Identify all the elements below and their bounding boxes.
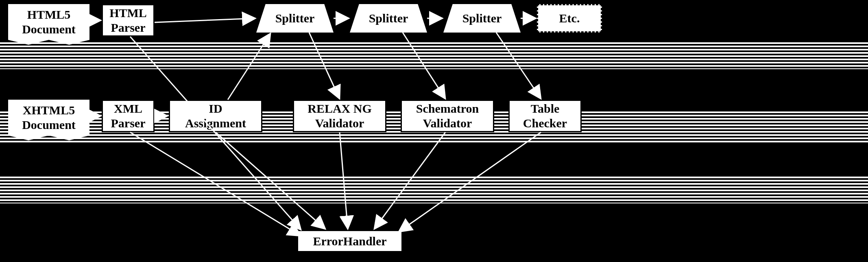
- node-schematron-validator: SchematronValidator: [401, 100, 494, 132]
- node-xml-parser: XMLParser: [102, 100, 155, 132]
- node-html-parser: HTMLParser: [102, 4, 155, 37]
- node-error-handler: ErrorHandler: [297, 230, 403, 252]
- node-xhtml5-document: XHTML5Document: [8, 100, 89, 140]
- background-stripe: [0, 41, 868, 69]
- node-relax-ng-validator: RELAX NGValidator: [293, 100, 386, 132]
- node-id-assignment: IDAssignment: [169, 100, 262, 132]
- background-stripe: [0, 175, 868, 203]
- node-splitter-1: Splitter: [256, 4, 334, 33]
- node-table-checker: TableChecker: [508, 100, 582, 132]
- node-etc: Etc.: [537, 4, 602, 33]
- svg-line-6: [155, 18, 255, 22]
- node-html5-document: HTML5Document: [8, 4, 89, 45]
- node-splitter-3: Splitter: [443, 4, 521, 33]
- node-splitter-2: Splitter: [350, 4, 427, 33]
